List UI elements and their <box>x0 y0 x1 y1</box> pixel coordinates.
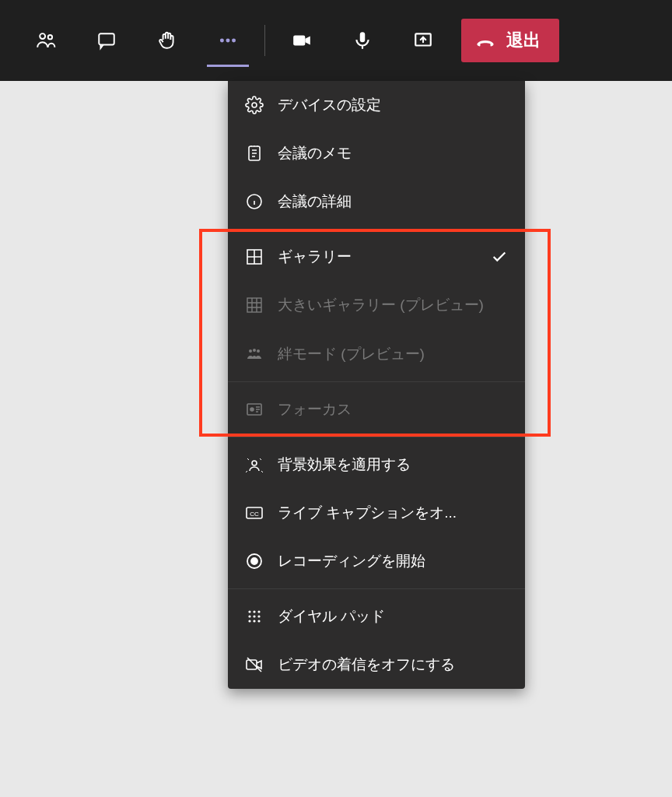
menu-together-mode: 絆モード (プレビュー) <box>228 330 525 378</box>
menu-divider <box>228 381 525 382</box>
svg-point-26 <box>257 610 260 613</box>
svg-point-19 <box>252 461 257 465</box>
leave-button[interactable]: 退出 <box>461 19 559 62</box>
background-blur-icon <box>245 455 264 474</box>
svg-point-9 <box>252 103 257 107</box>
more-actions-menu: デバイスの設定 会議のメモ 会議の詳細 ギャラリー 大きいギャラリー (プレビュ… <box>228 81 525 689</box>
svg-point-23 <box>251 558 257 564</box>
more-actions-button[interactable] <box>198 17 258 64</box>
dialpad-icon <box>245 607 264 626</box>
svg-point-0 <box>40 33 45 39</box>
menu-live-captions[interactable]: CC ライブ キャプションをオ... <box>228 489 525 537</box>
camera-icon <box>292 30 312 51</box>
menu-label: 絆モード (プレビュー) <box>278 344 508 364</box>
menu-label: 会議の詳細 <box>278 191 508 212</box>
cc-icon: CC <box>245 504 264 522</box>
microphone-button[interactable] <box>332 17 393 64</box>
grid-2x2-icon <box>245 248 264 266</box>
microphone-icon <box>352 30 373 51</box>
svg-point-5 <box>232 39 236 43</box>
svg-point-32 <box>257 620 260 622</box>
menu-label: ビデオの着信をオフにする <box>278 655 508 675</box>
meeting-toolbar: 退出 <box>0 0 672 81</box>
menu-divider <box>228 588 525 589</box>
menu-dial-pad[interactable]: ダイヤル パッド <box>228 592 525 641</box>
menu-divider <box>228 437 525 437</box>
menu-label: ライブ キャプションをオ... <box>278 503 508 523</box>
svg-point-3 <box>220 39 224 43</box>
menu-label: レコーディングを開始 <box>278 551 508 571</box>
menu-label: 大きいギャラリー (プレビュー) <box>278 295 508 316</box>
menu-label: 背景効果を適用する <box>278 455 508 475</box>
svg-point-1 <box>48 35 52 39</box>
participants-button[interactable] <box>16 17 76 64</box>
svg-text:CC: CC <box>250 511 259 518</box>
menu-label: フォーカス <box>278 399 508 420</box>
svg-rect-2 <box>99 33 114 44</box>
gear-icon <box>245 96 264 114</box>
menu-label: デバイスの設定 <box>278 95 508 115</box>
menu-label: 会議のメモ <box>278 143 508 163</box>
menu-divider <box>228 229 525 230</box>
svg-point-16 <box>257 349 260 353</box>
info-icon <box>245 192 264 211</box>
menu-device-settings[interactable]: デバイスの設定 <box>228 81 525 129</box>
svg-point-31 <box>253 620 255 622</box>
grid-3x3-icon <box>245 296 264 314</box>
chat-button[interactable] <box>76 17 137 64</box>
record-icon <box>245 552 264 571</box>
notes-icon <box>245 144 264 163</box>
svg-rect-13 <box>247 298 261 312</box>
svg-point-18 <box>250 408 254 411</box>
menu-background-effects[interactable]: 背景効果を適用する <box>228 441 525 489</box>
together-icon <box>245 345 264 363</box>
menu-label: ギャラリー <box>278 247 477 267</box>
svg-point-15 <box>253 349 256 352</box>
menu-label: ダイヤル パッド <box>278 606 508 627</box>
raise-hand-button[interactable] <box>137 17 198 64</box>
leave-label: 退出 <box>506 29 541 52</box>
share-screen-button[interactable] <box>393 17 453 64</box>
menu-large-gallery: 大きいギャラリー (プレビュー) <box>228 281 525 330</box>
menu-start-recording[interactable]: レコーディングを開始 <box>228 537 525 585</box>
svg-point-25 <box>253 610 255 613</box>
people-icon <box>36 30 56 51</box>
camera-button[interactable] <box>271 17 332 64</box>
hand-icon <box>157 30 177 51</box>
check-icon <box>491 248 508 265</box>
chat-icon <box>96 30 117 51</box>
svg-point-29 <box>257 615 260 617</box>
menu-incoming-video-off[interactable]: ビデオの着信をオフにする <box>228 641 525 689</box>
menu-meeting-notes[interactable]: 会議のメモ <box>228 129 525 177</box>
svg-point-4 <box>226 39 230 43</box>
svg-rect-6 <box>293 36 305 46</box>
menu-meeting-details[interactable]: 会議の詳細 <box>228 177 525 226</box>
focus-icon <box>245 400 264 419</box>
more-icon <box>218 30 238 51</box>
menu-gallery[interactable]: ギャラリー <box>228 233 525 281</box>
hangup-icon <box>475 30 495 51</box>
svg-point-14 <box>249 349 252 353</box>
svg-point-30 <box>248 620 250 622</box>
video-off-icon <box>245 655 264 674</box>
svg-point-28 <box>253 615 255 617</box>
svg-point-27 <box>248 615 250 617</box>
toolbar-separator <box>264 25 265 56</box>
svg-rect-7 <box>360 32 366 42</box>
share-icon <box>413 30 433 51</box>
svg-point-24 <box>248 610 250 613</box>
menu-focus: フォーカス <box>228 385 525 434</box>
